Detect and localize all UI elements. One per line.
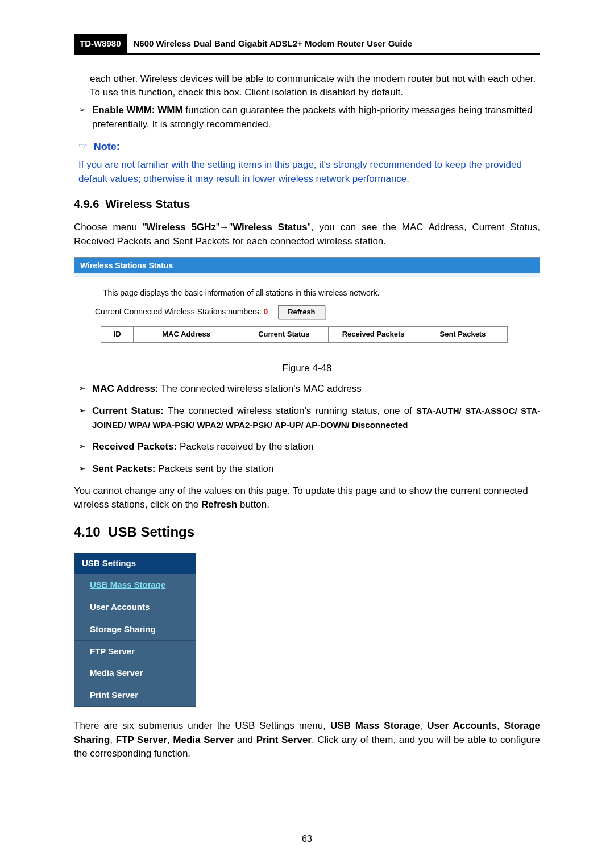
menu-item-usb-mass-storage[interactable]: USB Mass Storage (74, 574, 196, 596)
table-header-row: ID MAC Address Current Status Received P… (101, 326, 508, 342)
bullet-text: Received Packets: Packets received by th… (92, 440, 540, 454)
bullet-current-status: ➢ Current Status: The connected wireless… (78, 404, 540, 432)
sub-pre: There are six submenus under the USB Set… (74, 720, 330, 731)
col-received: Received Packets (329, 326, 418, 342)
usb-menu-header: USB Settings (74, 553, 196, 575)
desc: The connected wireless station's MAC add… (159, 383, 362, 394)
bullet-text: Enable WMM: WMM function can guarantee t… (92, 103, 540, 131)
note-icon: ☞ (78, 141, 88, 152)
page-number: 63 (0, 832, 614, 845)
section-number: 4.10 (74, 524, 101, 539)
choose-menu-paragraph: Choose menu "Wireless 5GHz"→"Wireless St… (74, 221, 540, 248)
status-panel-body: This page displays the basic information… (74, 277, 540, 351)
bullet-arrow-icon: ➢ (78, 382, 92, 396)
bullet-sent-packets: ➢ Sent Packets: Packets sent by the stat… (78, 462, 540, 476)
usb-settings-menu: USB Settings USB Mass Storage User Accou… (74, 553, 196, 707)
intro-paragraph: each other. Wireless devices will be abl… (90, 72, 540, 100)
desc: The connected wireless station's running… (164, 405, 416, 416)
label: Sent Packets: (92, 463, 156, 474)
bullet-mac-address: ➢ MAC Address: The connected wireless st… (78, 382, 540, 396)
sub-b5: Media Server (173, 734, 234, 745)
col-id: ID (101, 326, 134, 342)
bullet-text: Current Status: The connected wireless s… (92, 404, 540, 432)
stations-table: ID MAC Address Current Status Received P… (101, 326, 508, 343)
sub-s3: , (110, 734, 115, 745)
section-title: USB Settings (108, 524, 194, 539)
menu-item-storage-sharing[interactable]: Storage Sharing (74, 618, 196, 641)
sub-b1: USB Mass Storage (330, 720, 420, 731)
note-label: Note: (94, 141, 120, 152)
refresh-button[interactable]: Refresh (278, 305, 325, 319)
guide-title: N600 Wireless Dual Band Gigabit ADSL2+ M… (127, 34, 413, 53)
bullet-text: Sent Packets: Packets sent by the statio… (92, 462, 540, 476)
refresh-paragraph: You cannot change any of the values on t… (74, 484, 540, 512)
sub-s5: and (234, 734, 256, 745)
bullet-arrow-icon: ➢ (78, 440, 92, 454)
label: Received Packets: (92, 441, 177, 452)
bullet-arrow-icon: ➢ (78, 103, 92, 131)
choose-b1: Wireless 5GHz (146, 222, 216, 232)
wireless-status-panel: Wireless Stations Status This page displ… (74, 257, 540, 351)
col-mac: MAC Address (134, 326, 239, 342)
model-label: TD-W8980 (74, 34, 127, 53)
sub-b6: Print Server (256, 734, 312, 745)
menu-item-print-server[interactable]: Print Server (74, 684, 196, 707)
desc: Packets received by the station (177, 441, 313, 452)
bullet-text: MAC Address: The connected wireless stat… (92, 382, 540, 396)
refresh-word: Refresh (201, 499, 237, 510)
col-current-status: Current Status (239, 326, 329, 342)
submenus-paragraph: There are six submenus under the USB Set… (74, 719, 540, 761)
menu-item-media-server[interactable]: Media Server (74, 662, 196, 684)
sub-s2: , (497, 720, 504, 731)
menu-item-ftp-server[interactable]: FTP Server (74, 641, 196, 663)
label: Current Status: (92, 405, 164, 416)
subsection-number: 4.9.6 (74, 198, 99, 210)
sub-b2: User Accounts (427, 720, 497, 731)
menu-item-user-accounts[interactable]: User Accounts (74, 596, 196, 618)
figure-caption: Figure 4-48 (74, 362, 540, 376)
bullet-arrow-icon: ➢ (78, 404, 92, 432)
section-heading: 4.10 USB Settings (74, 522, 540, 542)
subsection-title: Wireless Status (106, 198, 190, 210)
choose-arrow: "→" (216, 222, 233, 232)
desc: Packets sent by the station (156, 463, 274, 474)
note-body: If you are not familiar with the setting… (78, 158, 540, 186)
col-sent: Sent Packets (418, 326, 507, 342)
bullet-received-packets: ➢ Received Packets: Packets received by … (78, 440, 540, 454)
choose-b2: Wireless Status (233, 222, 308, 232)
refresh-pre: You cannot change any of the values on t… (74, 485, 528, 510)
document-header: TD-W8980 N600 Wireless Dual Band Gigabit… (74, 34, 540, 55)
subsection-heading: 4.9.6 Wireless Status (74, 196, 540, 213)
status-count-line: Current Connected Wireless Stations numb… (95, 305, 519, 319)
sub-s1: , (420, 720, 428, 731)
choose-pre: Choose menu " (74, 222, 146, 232)
status-description: This page displays the basic information… (103, 287, 519, 298)
bullet-arrow-icon: ➢ (78, 462, 92, 476)
sub-b4: FTP Server (116, 734, 167, 745)
sub-s4: , (167, 734, 173, 745)
status-panel-title: Wireless Stations Status (74, 258, 540, 273)
bullet-enable-wmm: ➢ Enable WMM: WMM function can guarantee… (78, 103, 540, 131)
note-block: ☞ Note: If you are not familiar with the… (78, 139, 540, 186)
label: MAC Address: (92, 383, 159, 394)
refresh-post: button. (237, 499, 269, 510)
count-pre: Current Connected Wireless Stations numb… (95, 307, 263, 316)
wmm-label: Enable WMM: WMM (92, 105, 183, 115)
count-number: 0 (263, 307, 268, 316)
